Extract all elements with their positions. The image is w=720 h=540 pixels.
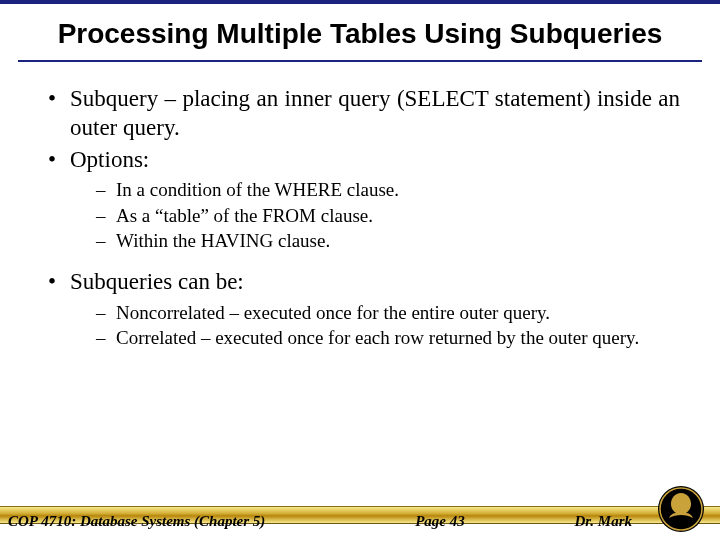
footer-text-row: COP 4710: Database Systems (Chapter 5) P… (0, 490, 720, 540)
slide-footer: COP 4710: Database Systems (Chapter 5) P… (0, 490, 720, 540)
footer-page: Page 43 (265, 513, 574, 530)
ucf-logo-icon (656, 484, 706, 534)
bullet-item: Subqueries can be: Noncorrelated – execu… (48, 267, 680, 350)
bullet-item: Subquery – placing an inner query (SELEC… (48, 84, 680, 143)
sub-bullet-item: Within the HAVING clause. (96, 229, 680, 253)
sub-bullet-item: In a condition of the WHERE clause. (96, 178, 680, 202)
sub-bullet-item: As a “table” of the FROM clause. (96, 204, 680, 228)
footer-course: COP 4710: Database Systems (Chapter 5) (8, 513, 265, 530)
sub-bullet-item: Correlated – executed once for each row … (96, 326, 680, 350)
bullet-text: Options: (70, 147, 149, 172)
slide-title: Processing Multiple Tables Using Subquer… (0, 4, 720, 60)
sub-bullet-item: Noncorrelated – executed once for the en… (96, 301, 680, 325)
bullet-item: Options: In a condition of the WHERE cla… (48, 145, 680, 253)
slide-content: Subquery – placing an inner query (SELEC… (0, 62, 720, 350)
bullet-text: Subqueries can be: (70, 269, 244, 294)
sub-bullet-list: In a condition of the WHERE clause. As a… (70, 178, 680, 253)
bullet-list: Subquery – placing an inner query (SELEC… (48, 84, 680, 350)
sub-bullet-list: Noncorrelated – executed once for the en… (70, 301, 680, 351)
